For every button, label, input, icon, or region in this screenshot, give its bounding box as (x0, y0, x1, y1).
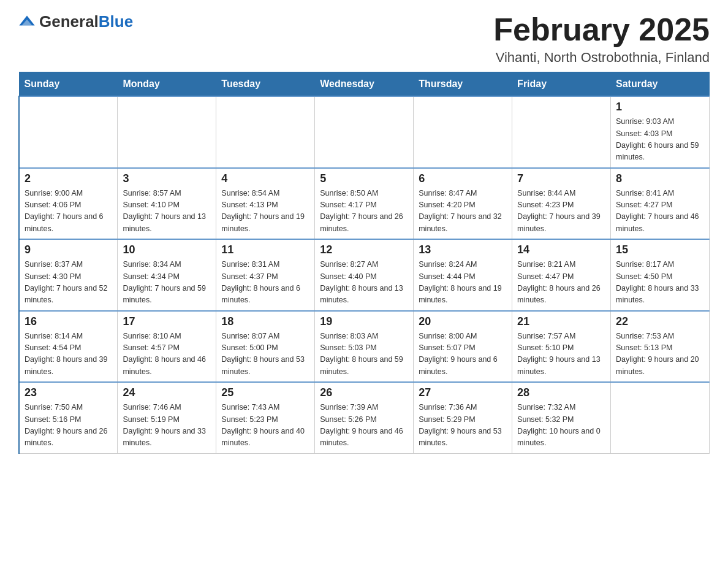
calendar-cell: 21Sunrise: 7:57 AMSunset: 5:10 PMDayligh… (512, 311, 611, 383)
calendar-cell: 9Sunrise: 8:37 AMSunset: 4:30 PMDaylight… (19, 239, 118, 311)
day-number: 1 (616, 101, 704, 113)
day-number: 3 (123, 172, 211, 185)
day-number: 16 (25, 315, 112, 328)
day-info: Sunrise: 8:07 AMSunset: 5:00 PMDaylight:… (221, 331, 309, 378)
calendar-week-row: 16Sunrise: 8:14 AMSunset: 4:54 PMDayligh… (19, 311, 710, 383)
day-number: 26 (320, 386, 408, 399)
calendar-cell (19, 96, 118, 168)
day-info: Sunrise: 8:00 AMSunset: 5:07 PMDaylight:… (419, 331, 507, 378)
calendar-cell: 20Sunrise: 8:00 AMSunset: 5:07 PMDayligh… (414, 311, 512, 383)
day-number: 13 (419, 243, 507, 256)
day-number: 19 (320, 315, 408, 328)
day-number: 8 (616, 172, 704, 185)
day-info: Sunrise: 8:14 AMSunset: 4:54 PMDaylight:… (25, 331, 112, 378)
day-number: 7 (517, 172, 605, 185)
day-number: 5 (320, 172, 408, 185)
calendar-cell: 28Sunrise: 7:32 AMSunset: 5:32 PMDayligh… (512, 382, 611, 453)
day-number: 23 (25, 386, 112, 399)
calendar-cell: 22Sunrise: 7:53 AMSunset: 5:13 PMDayligh… (611, 311, 710, 383)
title-block: February 2025 Vihanti, North Ostrobothni… (493, 12, 710, 66)
day-number: 20 (419, 315, 507, 328)
day-info: Sunrise: 9:00 AMSunset: 4:06 PMDaylight:… (25, 188, 112, 236)
calendar-cell: 12Sunrise: 8:27 AMSunset: 4:40 PMDayligh… (315, 239, 414, 311)
day-number: 4 (221, 172, 309, 185)
day-info: Sunrise: 8:31 AMSunset: 4:37 PMDaylight:… (221, 259, 309, 307)
day-info: Sunrise: 8:47 AMSunset: 4:20 PMDaylight:… (419, 188, 507, 236)
day-number: 11 (221, 243, 309, 256)
calendar-cell: 23Sunrise: 7:50 AMSunset: 5:16 PMDayligh… (19, 382, 118, 453)
day-info: Sunrise: 7:57 AMSunset: 5:10 PMDaylight:… (517, 331, 605, 378)
day-info: Sunrise: 8:57 AMSunset: 4:10 PMDaylight:… (123, 188, 211, 236)
calendar-cell: 19Sunrise: 8:03 AMSunset: 5:03 PMDayligh… (315, 311, 414, 383)
day-number: 15 (616, 243, 704, 256)
calendar-cell (315, 96, 414, 168)
calendar-cell: 10Sunrise: 8:34 AMSunset: 4:34 PMDayligh… (118, 239, 216, 311)
day-number: 6 (419, 172, 507, 185)
day-number: 12 (320, 243, 408, 256)
day-number: 10 (123, 243, 211, 256)
day-number: 25 (221, 386, 309, 399)
calendar-cell: 4Sunrise: 8:54 AMSunset: 4:13 PMDaylight… (216, 168, 315, 240)
day-number: 21 (517, 315, 605, 328)
calendar-cell: 16Sunrise: 8:14 AMSunset: 4:54 PMDayligh… (19, 311, 118, 383)
calendar-cell: 2Sunrise: 9:00 AMSunset: 4:06 PMDaylight… (19, 168, 118, 240)
day-info: Sunrise: 8:17 AMSunset: 4:50 PMDaylight:… (616, 259, 704, 307)
day-info: Sunrise: 8:41 AMSunset: 4:27 PMDaylight:… (616, 188, 704, 236)
day-info: Sunrise: 8:37 AMSunset: 4:30 PMDaylight:… (25, 259, 112, 307)
day-info: Sunrise: 8:24 AMSunset: 4:44 PMDaylight:… (419, 259, 507, 307)
calendar-cell: 1Sunrise: 9:03 AMSunset: 4:03 PMDaylight… (611, 96, 710, 168)
calendar-week-row: 23Sunrise: 7:50 AMSunset: 5:16 PMDayligh… (19, 382, 710, 453)
header-sunday: Sunday (19, 72, 118, 97)
day-info: Sunrise: 7:36 AMSunset: 5:29 PMDaylight:… (419, 402, 507, 450)
day-number: 9 (25, 243, 112, 256)
calendar-cell: 6Sunrise: 8:47 AMSunset: 4:20 PMDaylight… (414, 168, 512, 240)
calendar-week-row: 9Sunrise: 8:37 AMSunset: 4:30 PMDaylight… (19, 239, 710, 311)
header-monday: Monday (118, 72, 216, 97)
header-saturday: Saturday (611, 72, 710, 97)
calendar-cell (216, 96, 315, 168)
day-info: Sunrise: 8:50 AMSunset: 4:17 PMDaylight:… (320, 188, 408, 236)
day-number: 27 (419, 386, 507, 399)
logo: GeneralBlue (18, 12, 133, 31)
logo-text: GeneralBlue (39, 12, 133, 31)
calendar-cell (611, 382, 710, 453)
calendar-cell: 17Sunrise: 8:10 AMSunset: 4:57 PMDayligh… (118, 311, 216, 383)
day-number: 24 (123, 386, 211, 399)
day-number: 14 (517, 243, 605, 256)
day-number: 18 (221, 315, 309, 328)
day-info: Sunrise: 8:44 AMSunset: 4:23 PMDaylight:… (517, 188, 605, 236)
calendar-cell (118, 96, 216, 168)
day-info: Sunrise: 8:34 AMSunset: 4:34 PMDaylight:… (123, 259, 211, 307)
calendar-cell: 13Sunrise: 8:24 AMSunset: 4:44 PMDayligh… (414, 239, 512, 311)
day-info: Sunrise: 9:03 AMSunset: 4:03 PMDaylight:… (616, 116, 704, 164)
day-info: Sunrise: 8:27 AMSunset: 4:40 PMDaylight:… (320, 259, 408, 307)
day-number: 22 (616, 315, 704, 328)
calendar-cell: 5Sunrise: 8:50 AMSunset: 4:17 PMDaylight… (315, 168, 414, 240)
calendar-cell: 18Sunrise: 8:07 AMSunset: 5:00 PMDayligh… (216, 311, 315, 383)
calendar-cell: 8Sunrise: 8:41 AMSunset: 4:27 PMDaylight… (611, 168, 710, 240)
calendar-cell: 11Sunrise: 8:31 AMSunset: 4:37 PMDayligh… (216, 239, 315, 311)
header-thursday: Thursday (414, 72, 512, 97)
calendar-week-row: 2Sunrise: 9:00 AMSunset: 4:06 PMDaylight… (19, 168, 710, 240)
day-info: Sunrise: 8:54 AMSunset: 4:13 PMDaylight:… (221, 188, 309, 236)
header-tuesday: Tuesday (216, 72, 315, 97)
calendar-cell: 14Sunrise: 8:21 AMSunset: 4:47 PMDayligh… (512, 239, 611, 311)
calendar-cell: 3Sunrise: 8:57 AMSunset: 4:10 PMDaylight… (118, 168, 216, 240)
day-number: 17 (123, 315, 211, 328)
page-header: GeneralBlue February 2025 Vihanti, North… (18, 12, 710, 66)
header-wednesday: Wednesday (315, 72, 414, 97)
day-number: 28 (517, 386, 605, 399)
calendar-cell: 25Sunrise: 7:43 AMSunset: 5:23 PMDayligh… (216, 382, 315, 453)
day-info: Sunrise: 7:32 AMSunset: 5:32 PMDaylight:… (517, 402, 605, 450)
day-info: Sunrise: 7:53 AMSunset: 5:13 PMDaylight:… (616, 331, 704, 378)
calendar-table: SundayMondayTuesdayWednesdayThursdayFrid… (18, 72, 710, 454)
calendar-week-row: 1Sunrise: 9:03 AMSunset: 4:03 PMDaylight… (19, 96, 710, 168)
calendar-cell (512, 96, 611, 168)
calendar-cell: 24Sunrise: 7:46 AMSunset: 5:19 PMDayligh… (118, 382, 216, 453)
header-friday: Friday (512, 72, 611, 97)
calendar-header-row: SundayMondayTuesdayWednesdayThursdayFrid… (19, 72, 710, 97)
calendar-cell: 15Sunrise: 8:17 AMSunset: 4:50 PMDayligh… (611, 239, 710, 311)
day-info: Sunrise: 7:50 AMSunset: 5:16 PMDaylight:… (25, 402, 112, 450)
calendar-cell: 26Sunrise: 7:39 AMSunset: 5:26 PMDayligh… (315, 382, 414, 453)
calendar-cell: 27Sunrise: 7:36 AMSunset: 5:29 PMDayligh… (414, 382, 512, 453)
